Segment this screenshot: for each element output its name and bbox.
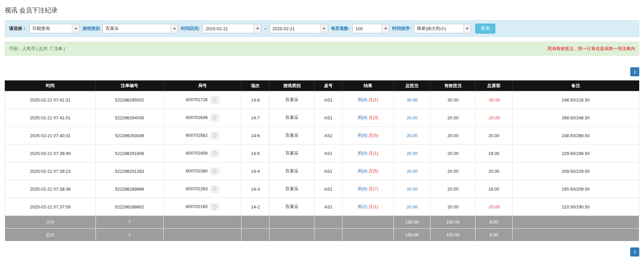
table-row: 2025-02-21 07:37:59522286288852600702160… (5, 198, 639, 216)
table-row: 2025-02-21 07:39:23522286291283600702380… (5, 162, 639, 180)
footer-cell (163, 216, 241, 229)
chevron-down-icon[interactable] (171, 24, 178, 33)
column-header: 总派彩 (476, 81, 512, 91)
cell-game-type: 百家乐 (269, 198, 314, 216)
cell-time: 2025-02-21 07:37:59 (5, 198, 96, 216)
replay-dice-icon[interactable] (210, 186, 219, 193)
result-banker: 庄(1) (369, 97, 378, 102)
range-separator: ~ (264, 26, 267, 31)
filter-bar: 请选择： 日期查询 游戏类别 百家乐 时间区间: 2025-02-21 ~ 20… (5, 20, 639, 37)
cell-table-no: AS1 (314, 162, 342, 180)
cell-valid-bet: 20.00 (430, 162, 476, 180)
replay-dice-icon[interactable] (210, 132, 219, 139)
time-range-label: 时间区间: (181, 26, 200, 32)
result-banker: 庄(5) (369, 133, 378, 138)
footer-cell: 小计 (5, 216, 96, 229)
game-type-select[interactable]: 百家乐 (103, 24, 178, 33)
result-banker: 庄(1) (369, 204, 378, 209)
total-bet-link[interactable]: 20.00 (407, 115, 418, 120)
cell-round-id: 600702562 (163, 127, 241, 145)
page-size-value: 100 (353, 24, 382, 33)
search-button[interactable]: 查询 (475, 24, 495, 34)
table-row: 2025-02-21 07:39:49522286291806600702458… (5, 145, 639, 162)
footer-cell: 总计 (5, 229, 96, 241)
cell-payout: -20.00 (476, 109, 512, 127)
cell-total-bet: 20.00 (394, 162, 430, 180)
footer-cell: 8.00 (476, 216, 512, 229)
total-bet-link[interactable]: 30.00 (407, 97, 418, 103)
cell-total-bet: 20.00 (394, 180, 430, 198)
total-bet-link[interactable]: 20.00 (407, 204, 418, 209)
date-from-value: 2025-02-21 (203, 24, 254, 33)
page-size-select[interactable]: 100 (352, 24, 389, 33)
footer-cell (269, 216, 314, 229)
round-id-text: 600702726 (186, 97, 207, 102)
replay-dice-icon[interactable] (210, 114, 219, 121)
cell-valid-bet: 20.00 (430, 109, 476, 127)
query-type-select[interactable]: 日期查询 (29, 24, 80, 33)
chevron-down-icon[interactable] (320, 24, 328, 33)
cell-note: 229.50/248.50 (512, 145, 639, 162)
cell-session: 14-2 (241, 198, 269, 216)
page-1-button[interactable]: 1 (630, 247, 639, 257)
game-type-label: 游戏类别 (82, 26, 100, 32)
column-header: 总投注 (394, 81, 430, 91)
cell-game-type: 百家乐 (269, 127, 314, 145)
date-from-select[interactable]: 2025-02-21 (202, 24, 261, 33)
cell-round-id: 600702726 (163, 91, 241, 109)
cell-payout: 20.00 (476, 127, 512, 145)
cell-session: 14-5 (241, 145, 269, 162)
sort-order-value: 降幂(由大到小) (414, 24, 463, 33)
payout-value: -20.00 (488, 204, 500, 209)
chevron-down-icon[interactable] (254, 24, 261, 33)
notice-text: 同局有效投注，统一计算在该局第一张注单内 (547, 46, 635, 52)
chevron-down-icon[interactable] (72, 24, 79, 33)
cell-result: 闲(8) 庄(1) (342, 91, 394, 109)
cell-time: 2025-02-21 07:40:31 (5, 127, 96, 145)
total-bet-link[interactable]: 20.00 (407, 133, 418, 138)
result-player: 闲(2) (357, 204, 367, 209)
game-type-value: 百家乐 (103, 24, 171, 33)
cell-bet-id: 522286291806 (96, 145, 163, 162)
payout-value: 19.00 (488, 187, 499, 192)
footer-cell: 150.00 (394, 216, 430, 229)
table-body: 2025-02-21 07:41:31522286295002600702726… (5, 91, 639, 216)
replay-dice-icon[interactable] (210, 203, 219, 210)
total-bet-link[interactable]: 20.00 (407, 169, 418, 174)
cell-note: 209.50/229.50 (512, 162, 639, 180)
sort-order-select[interactable]: 降幂(由大到小) (414, 24, 471, 33)
cell-result: 闲(8) 庄(5) (342, 127, 394, 145)
footer-cell (512, 229, 639, 241)
total-bet-link[interactable]: 20.00 (407, 187, 418, 192)
replay-dice-icon[interactable] (210, 150, 219, 157)
total-row: 总计7150.00150.008.00 (5, 229, 639, 241)
cell-table-no: AS1 (314, 180, 342, 198)
page-title: 视讯 会员下注纪录 (5, 6, 639, 15)
total-bet-link[interactable]: 20.00 (407, 151, 418, 156)
subtotal-row: 小计7150.00150.008.00 (5, 216, 639, 229)
cell-note: 248.50/218.50 (512, 91, 639, 109)
cell-bet-id: 522286288852 (96, 198, 163, 216)
payout-value: 20.00 (488, 133, 499, 138)
round-id-text: 600702458 (186, 150, 207, 155)
chevron-down-icon[interactable] (382, 24, 389, 33)
cell-total-bet: 20.00 (394, 127, 430, 145)
column-header: 结果 (342, 81, 394, 91)
column-header: 游戏类别 (269, 81, 314, 91)
page-1-button[interactable]: 1 (630, 67, 639, 76)
footer-cell (314, 229, 342, 241)
cell-result: 闲(2) 庄(1) (342, 198, 394, 216)
cell-valid-bet: 20.00 (430, 180, 476, 198)
chevron-down-icon[interactable] (463, 24, 471, 33)
date-to-select[interactable]: 2025-02-21 (269, 24, 328, 33)
round-id-text: 600702562 (186, 132, 207, 137)
replay-dice-icon[interactable] (210, 96, 219, 104)
result-player: 闲(6) (357, 186, 367, 191)
cell-note: 190.50/209.50 (512, 180, 639, 198)
cell-round-id: 600702263 (163, 180, 241, 198)
cell-table-no: AS1 (314, 198, 342, 216)
cell-payout: 19.00 (476, 145, 512, 162)
currency-summary-text: 币别：人民币 | 总共 :7 注单 | (9, 46, 65, 52)
round-id-text: 600702380 (186, 168, 207, 173)
replay-dice-icon[interactable] (210, 168, 219, 175)
